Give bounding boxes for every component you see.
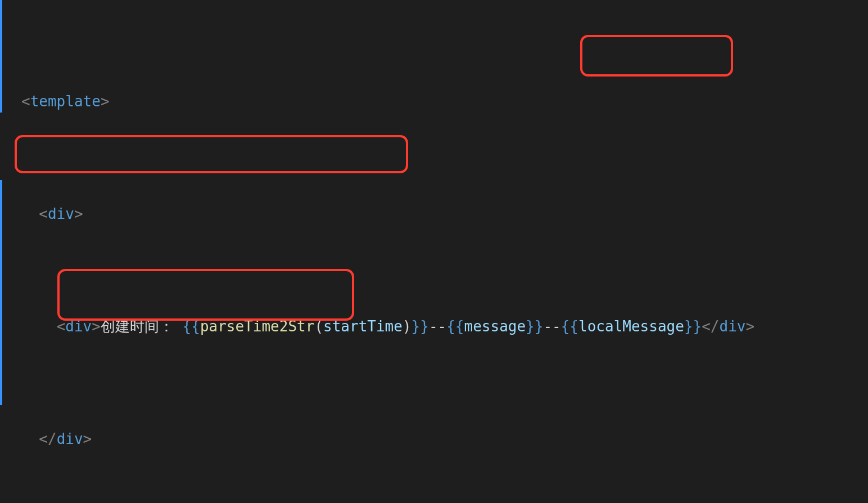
text: -- [543, 318, 560, 335]
code-line: <template> [6, 90, 868, 113]
interp-close: }} [684, 318, 702, 335]
text: -- [429, 318, 446, 335]
punct: < [57, 318, 66, 335]
paren: ( [314, 318, 323, 335]
interp-open: {{ [446, 318, 464, 335]
punct: < [39, 205, 48, 222]
punct: </ [39, 430, 56, 447]
modified-gutter-bar [0, 180, 2, 405]
punct: > [74, 205, 83, 222]
tag-name: div [720, 318, 746, 335]
interp-close: }} [526, 318, 543, 335]
code-line: </div> [6, 428, 868, 450]
punct: </ [702, 318, 719, 335]
punct: > [101, 93, 110, 110]
modified-gutter-bar [0, 0, 2, 113]
interp-open: {{ [561, 318, 578, 335]
punct: < [21, 93, 30, 110]
identifier: message [464, 318, 526, 335]
tag-name: div [48, 205, 74, 222]
punct: > [745, 318, 754, 335]
code-editor[interactable]: <template> <div> <div>创建时间： {{parseTime2… [0, 0, 868, 503]
paren: ) [403, 318, 412, 335]
interp-open: {{ [183, 318, 200, 335]
tag-name: template [30, 93, 101, 110]
punct: > [83, 430, 92, 447]
tag-name: div [65, 318, 92, 335]
identifier: localMessage [578, 318, 684, 335]
code-line: <div>创建时间： {{parseTime2Str(startTime)}}-… [6, 315, 868, 338]
interp-close: }} [412, 318, 429, 335]
identifier: startTime [323, 318, 403, 335]
punct: > [92, 318, 101, 335]
function: parseTime2Str [200, 318, 315, 335]
code-line: <div> [6, 203, 868, 225]
tag-name: div [57, 430, 83, 447]
text: 创建时间： [101, 318, 183, 335]
